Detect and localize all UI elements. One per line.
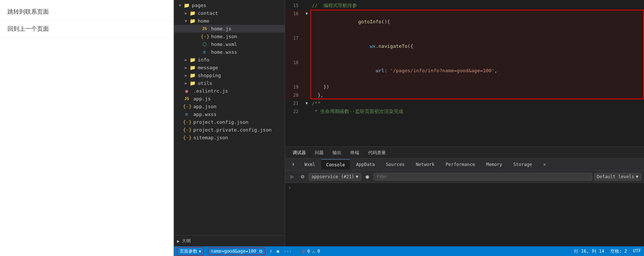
chrome-tab-appdata[interactable]: AppData — [351, 159, 380, 170]
devtools-panel: 调试器 问题 输出 终端 代码质量 ⬆ Wxml Console AppData… — [285, 146, 644, 246]
filter-input[interactable] — [374, 173, 592, 180]
tree-item-pages[interactable]: ▼ 📁 pages — [174, 1, 285, 9]
tree-item-project-private[interactable]: {·} project.private.config.json — [174, 126, 285, 134]
json-icon-sitemap: {·} — [183, 135, 190, 140]
tree-label-app-json: app.json — [193, 104, 217, 109]
line-arrow-21: ▼ — [303, 99, 310, 107]
line-number-22: 22 — [285, 107, 303, 116]
tree-item-app-js[interactable]: JS app.js — [174, 95, 285, 103]
eye-status-icon: ◉ — [277, 249, 279, 254]
code-editor-panel: 15 // 编程式导航传参 16 ▼ gotoInfo() — [285, 0, 644, 246]
line-content-18: url: '/pages/info/info?name=good&age=100… — [310, 59, 644, 83]
menu-item-2[interactable]: 回到上一个页面 — [0, 21, 174, 38]
tree-item-home-wxss[interactable]: ≡ home.wxss — [174, 48, 285, 56]
tree-label-home-json: home.json — [211, 34, 237, 39]
tab-terminal[interactable]: 终端 — [346, 147, 364, 159]
js-icon-home: JS — [201, 26, 208, 31]
arrow-info: ▶ — [183, 58, 189, 62]
error-icon: ⊗ — [302, 249, 305, 254]
chrome-tab-network[interactable]: Network — [411, 159, 440, 170]
tab-debugger[interactable]: 调试器 — [288, 147, 310, 159]
tree-label-shopping: shopping — [198, 73, 221, 78]
folder-icon-info: 📁 — [189, 57, 196, 63]
service-value: appservice (#21) — [311, 174, 354, 179]
code-line-21: 21 ▼ /** — [285, 99, 644, 107]
chrome-tab-wxml[interactable]: Wxml — [299, 159, 320, 170]
tree-item-utils[interactable]: ▶ 📁 utils — [174, 79, 285, 87]
code-line-20: 20 }, — [285, 91, 644, 99]
levels-selector[interactable]: Default levels ▼ — [594, 173, 641, 180]
page-param-section[interactable]: 页面参数 ▼ — [177, 247, 204, 256]
line-content-16: gotoInfo(){ — [310, 10, 644, 34]
tree-item-home-json[interactable]: {·} home.json — [174, 33, 285, 40]
tab-issues[interactable]: 问题 — [310, 147, 328, 159]
arrow-shopping: ▶ — [183, 73, 189, 77]
tree-item-home-js[interactable]: JS home.js — [174, 25, 285, 33]
eslintrc-icon: ● — [183, 88, 190, 94]
js-icon-app: JS — [183, 96, 190, 101]
chrome-tab-more[interactable]: » — [538, 159, 551, 170]
console-area[interactable]: › — [285, 183, 644, 246]
tree-label-home-js: home.js — [211, 26, 231, 31]
status-bar: 页面参数 ▼ name=good&age=100 ⧉ ↑ ◉ ··· ⊗ 0 ⚠… — [174, 246, 644, 256]
tab-output[interactable]: 输出 — [328, 147, 346, 159]
tree-label-contact: contact — [198, 10, 218, 16]
tree-item-app-json[interactable]: {·} app.json — [174, 103, 285, 110]
tab-code-quality[interactable]: 代码质量 — [364, 147, 390, 159]
line-content-21: /** — [310, 99, 644, 107]
chrome-tab-performance[interactable]: Performance — [440, 159, 480, 170]
play-button[interactable]: ▷ — [288, 173, 296, 181]
code-line-19: 19 }) — [285, 83, 644, 91]
more-status-button[interactable]: ··· — [284, 249, 292, 254]
eye-button[interactable]: ◉ — [363, 173, 371, 181]
more-icon: ··· — [284, 249, 292, 254]
tree-item-home[interactable]: ▼ 📁 home — [174, 17, 285, 25]
levels-dropdown-icon: ▼ — [636, 174, 638, 179]
tree-item-sitemap[interactable]: {·} sitemap.json — [174, 134, 285, 142]
tree-item-message[interactable]: ▶ 📁 message — [174, 64, 285, 72]
page-param-value-section[interactable]: name=good&age=100 ⧉ — [208, 247, 265, 255]
chrome-tab-sources[interactable]: Sources — [381, 159, 410, 170]
code-line-15: 15 // 编程式导航传参 — [285, 1, 644, 10]
line-number-18: 18 — [285, 59, 303, 67]
chrome-tab-memory[interactable]: Memory — [481, 159, 507, 170]
chrome-tabs-bar: ⬆ Wxml Console AppData Sources Network P… — [285, 159, 644, 170]
console-chevron[interactable]: › — [288, 184, 291, 190]
tree-item-contact[interactable]: ▶ 📁 contact — [174, 9, 285, 17]
tree-item-eslintrc[interactable]: ● .eslintrc.js — [174, 87, 285, 95]
copy-icon[interactable]: ⧉ — [259, 249, 263, 254]
menu-item-1[interactable]: 跳转到联系页面 — [0, 4, 174, 21]
json-icon-app: {·} — [183, 104, 190, 109]
tree-item-project-config[interactable]: {·} project.config.json — [174, 118, 285, 126]
arrow-message: ▶ — [183, 66, 189, 70]
eye-status-button[interactable]: ◉ — [277, 249, 279, 254]
ban-button[interactable]: ⊘ — [298, 173, 307, 181]
chrome-tab-console[interactable]: Console — [321, 159, 350, 170]
upload-button[interactable]: ↑ — [270, 249, 272, 254]
line-number-16: 16 — [285, 10, 303, 18]
status-right: 行 16, 列 14 空格: 2 UTF — [574, 248, 641, 255]
tree-label-sitemap: sitemap.json — [193, 135, 228, 140]
line-number-19: 19 — [285, 83, 303, 91]
tree-item-home-wxml[interactable]: ⬡ home.wxml — [174, 40, 285, 48]
tree-label-project-private: project.private.config.json — [193, 127, 271, 133]
tree-item-info[interactable]: ▶ 📁 info — [174, 56, 285, 64]
tree-item-shopping[interactable]: ▶ 📁 shopping — [174, 72, 285, 79]
tree-label-utils: utils — [198, 80, 212, 86]
code-editor[interactable]: 15 // 编程式导航传参 16 ▼ gotoInfo() — [285, 0, 644, 146]
folder-icon-contact: 📁 — [189, 10, 196, 16]
tree-label-app-js: app.js — [193, 96, 211, 102]
cursor-icon[interactable]: ⬆ — [288, 159, 298, 170]
file-tree-panel: ▼ 📁 pages ▶ 📁 contact ▼ 📁 home — [174, 0, 285, 246]
folder-icon-shopping: 📁 — [189, 73, 196, 78]
code-line-18: 18 url: '/pages/info/info?name=good&age=… — [285, 59, 644, 83]
service-selector[interactable]: appservice (#21) ▼ — [309, 173, 361, 180]
page-param-label: 页面参数 — [180, 248, 197, 255]
preview-panel: 跳转到联系页面 回到上一个页面 — [0, 0, 174, 256]
outline-section[interactable]: ▶ 大纲 — [174, 235, 285, 246]
tree-label-message: message — [198, 65, 218, 70]
chrome-tab-storage[interactable]: Storage — [508, 159, 537, 170]
code-line-16: 16 ▼ gotoInfo(){ — [285, 10, 644, 34]
page-param-value: name=good&age=100 — [211, 249, 256, 254]
tree-item-app-wxss[interactable]: ≡ app.wxss — [174, 110, 285, 118]
